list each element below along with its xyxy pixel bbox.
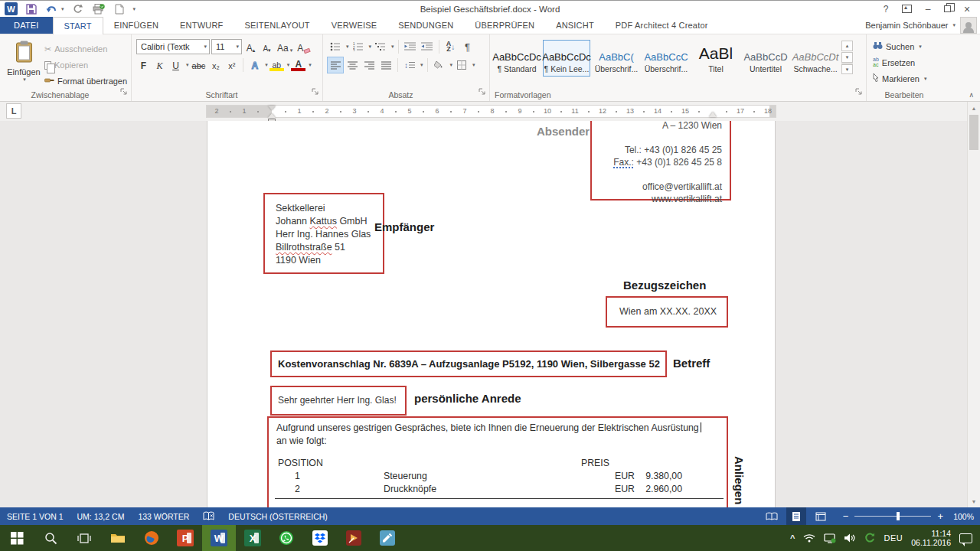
right-indent-marker[interactable]	[709, 112, 717, 117]
shading-dropdown-icon[interactable]: ▾	[450, 62, 453, 68]
style-card-3[interactable]: AaBbCcCÜberschrif...	[642, 40, 690, 77]
tab-start[interactable]: START	[53, 17, 103, 34]
taskbar-excel-icon[interactable]: X	[236, 525, 270, 551]
select-dropdown-icon[interactable]: ▾	[924, 76, 927, 82]
line-spacing-button[interactable]: ↕	[402, 57, 417, 73]
language-indicator[interactable]: DEUTSCH (ÖSTERREICH)	[221, 507, 335, 525]
word-count[interactable]: 133 WÖRTER	[131, 507, 196, 525]
display-settings-icon[interactable]	[824, 533, 836, 543]
save-button[interactable]	[24, 3, 38, 15]
strikethrough-button[interactable]: abc	[191, 57, 207, 72]
clipboard-dialog-launcher-icon[interactable]	[120, 85, 128, 99]
taskbar-whatsapp-icon[interactable]	[270, 525, 303, 551]
tab-datei[interactable]: DATEI	[0, 17, 53, 34]
align-right-button[interactable]	[361, 57, 377, 73]
styles-dialog-launcher-icon[interactable]	[855, 85, 863, 99]
tab-sendungen[interactable]: SENDUNGEN	[387, 17, 464, 34]
taskbar-word-icon[interactable]: W	[202, 525, 236, 551]
help-icon[interactable]: ?	[880, 4, 891, 15]
document-page[interactable]: Absender A – 1230 Wien Tel.: +43 (0)1 82…	[207, 121, 776, 507]
dropbox-sync-icon[interactable]	[864, 533, 875, 543]
wifi-icon[interactable]	[803, 533, 815, 543]
find-button[interactable]: Suchen▾	[873, 39, 949, 54]
collapse-ribbon-icon[interactable]: ∧	[969, 91, 974, 99]
taskbar-search-icon[interactable]	[34, 525, 67, 551]
copy-button[interactable]: Kopieren	[44, 59, 127, 71]
sort-button[interactable]: AZ↓	[443, 39, 459, 54]
action-center-icon[interactable]	[959, 533, 972, 543]
underline-dropdown-icon[interactable]: ▾	[186, 62, 189, 68]
redo-button[interactable]	[71, 3, 85, 15]
read-mode-button[interactable]	[762, 507, 782, 525]
subscript-button[interactable]: x₂	[208, 57, 223, 72]
volume-icon[interactable]	[844, 533, 856, 543]
ribbon-display-options-icon[interactable]	[902, 5, 912, 13]
restore-icon[interactable]	[944, 5, 951, 12]
page-indicator[interactable]: SEITE 1 VON 1	[0, 507, 70, 525]
taskbar-media-app-icon[interactable]	[337, 525, 371, 551]
shrink-font-button[interactable]: A▾	[260, 40, 274, 54]
paragraph-dialog-launcher-icon[interactable]	[479, 85, 486, 99]
change-case-button[interactable]: Aa▾	[276, 40, 294, 54]
borders-button[interactable]	[454, 57, 469, 73]
text-effects-dropdown-icon[interactable]: ▾	[265, 62, 268, 68]
line-spacing-dropdown-icon[interactable]: ▾	[420, 62, 423, 68]
replace-button[interactable]: abac Ersetzen	[873, 55, 949, 70]
cut-button[interactable]: ✂ Ausschneiden	[44, 43, 127, 55]
font-family-combo[interactable]: Calibri (Textk▾	[136, 39, 210, 54]
align-center-button[interactable]	[345, 57, 360, 73]
taskbar-file-explorer-icon[interactable]	[101, 525, 135, 551]
find-dropdown-icon[interactable]: ▾	[919, 44, 922, 50]
taskbar-firefox-icon[interactable]	[135, 525, 168, 551]
style-card-6[interactable]: AaBbCcDtSchwache...	[792, 40, 839, 77]
close-icon[interactable]: ×	[962, 3, 972, 15]
account-area[interactable]: Benjamin Schönbauer ▾	[865, 17, 980, 34]
quick-print-button[interactable]	[92, 3, 106, 15]
paste-dropdown-icon[interactable]: ▾	[23, 77, 26, 83]
grow-font-button[interactable]: A▴	[243, 40, 258, 54]
undo-dropdown-icon[interactable]: ▾	[61, 6, 64, 12]
font-dialog-launcher-icon[interactable]	[312, 85, 319, 99]
tray-expand-icon[interactable]: ^	[790, 533, 795, 543]
first-line-indent-marker[interactable]	[268, 106, 276, 110]
tab-stop-selector[interactable]: L	[6, 103, 21, 119]
taskbar-dropbox-icon[interactable]	[303, 525, 337, 551]
tab-ansicht[interactable]: ANSICHT	[545, 17, 605, 34]
tab-pdf-architect-4-creator[interactable]: PDF Architect 4 Creator	[605, 17, 719, 34]
position-indicator[interactable]: UM: 13,2 CM	[70, 507, 132, 525]
format-painter-button[interactable]: Format übertragen	[44, 75, 127, 87]
justify-button[interactable]	[378, 57, 394, 73]
web-layout-button[interactable]	[811, 507, 831, 525]
vertical-scrollbar[interactable]: ▲ ▼	[967, 102, 980, 507]
zoom-slider[interactable]	[854, 516, 931, 517]
increase-indent-button[interactable]	[420, 39, 435, 54]
style-card-2[interactable]: AaBbC(Überschrif...	[593, 40, 640, 77]
style-card-4[interactable]: AaBlTitel	[692, 40, 740, 77]
hanging-indent-marker[interactable]	[268, 113, 276, 118]
clear-formatting-button[interactable]: A	[296, 40, 312, 54]
new-document-button[interactable]	[113, 3, 126, 15]
bullets-dropdown-icon[interactable]: ▾	[346, 44, 349, 50]
bullets-button[interactable]	[328, 39, 343, 54]
style-card-0[interactable]: AaBbCcDc¶ Standard	[493, 40, 541, 77]
minimize-icon[interactable]: –	[923, 4, 933, 15]
highlight-button[interactable]: ab	[270, 57, 284, 72]
underline-button[interactable]: U	[168, 57, 183, 72]
scroll-up-icon[interactable]: ▲	[968, 102, 980, 114]
taskbar-pdf-architect-icon[interactable]	[371, 525, 404, 551]
multilevel-list-button[interactable]	[373, 39, 388, 54]
numbering-button[interactable]: 123	[351, 39, 366, 54]
zoom-slider-thumb[interactable]	[897, 512, 900, 520]
align-left-button[interactable]	[328, 57, 343, 73]
proofing-status-icon[interactable]	[196, 507, 221, 525]
tab-überprüfen[interactable]: ÜBERPRÜFEN	[464, 17, 545, 34]
undo-button[interactable]	[45, 3, 59, 15]
style-card-1[interactable]: AaBbCcDc¶ Kein Lee...	[543, 40, 590, 77]
highlight-dropdown-icon[interactable]: ▾	[287, 62, 290, 68]
styles-scroll-up-icon[interactable]: ▲	[841, 41, 853, 51]
decrease-indent-button[interactable]	[403, 39, 418, 54]
taskbar-task-view-icon[interactable]	[67, 525, 101, 551]
font-color-button[interactable]: A	[291, 57, 305, 72]
borders-dropdown-icon[interactable]: ▾	[472, 62, 475, 68]
scrollbar-thumb[interactable]	[969, 115, 978, 150]
